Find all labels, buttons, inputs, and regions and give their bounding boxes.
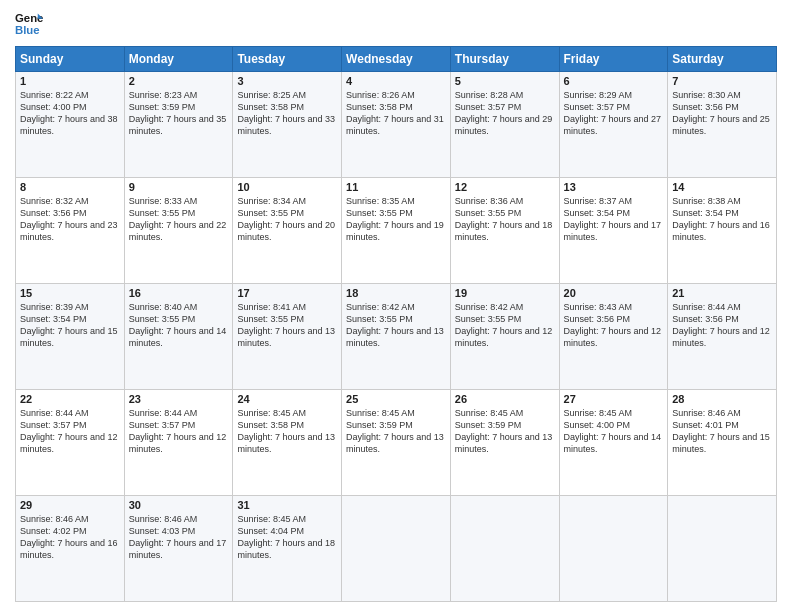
cell-details: Sunrise: 8:43 AMSunset: 3:56 PMDaylight:… bbox=[564, 301, 664, 350]
day-number: 3 bbox=[237, 75, 337, 87]
calendar-cell bbox=[668, 496, 777, 602]
day-number: 8 bbox=[20, 181, 120, 193]
calendar-cell: 8Sunrise: 8:32 AMSunset: 3:56 PMDaylight… bbox=[16, 178, 125, 284]
page: General Blue SundayMondayTuesdayWednesda… bbox=[0, 0, 792, 612]
day-number: 24 bbox=[237, 393, 337, 405]
calendar-cell: 30Sunrise: 8:46 AMSunset: 4:03 PMDayligh… bbox=[124, 496, 233, 602]
day-number: 20 bbox=[564, 287, 664, 299]
calendar-cell: 26Sunrise: 8:45 AMSunset: 3:59 PMDayligh… bbox=[450, 390, 559, 496]
day-number: 18 bbox=[346, 287, 446, 299]
cell-details: Sunrise: 8:45 AMSunset: 4:00 PMDaylight:… bbox=[564, 407, 664, 456]
calendar-week-row: 29Sunrise: 8:46 AMSunset: 4:02 PMDayligh… bbox=[16, 496, 777, 602]
cell-details: Sunrise: 8:35 AMSunset: 3:55 PMDaylight:… bbox=[346, 195, 446, 244]
calendar-cell bbox=[450, 496, 559, 602]
cell-details: Sunrise: 8:45 AMSunset: 3:59 PMDaylight:… bbox=[346, 407, 446, 456]
day-number: 31 bbox=[237, 499, 337, 511]
cell-details: Sunrise: 8:34 AMSunset: 3:55 PMDaylight:… bbox=[237, 195, 337, 244]
calendar-week-row: 22Sunrise: 8:44 AMSunset: 3:57 PMDayligh… bbox=[16, 390, 777, 496]
day-number: 23 bbox=[129, 393, 229, 405]
cell-details: Sunrise: 8:32 AMSunset: 3:56 PMDaylight:… bbox=[20, 195, 120, 244]
calendar-cell: 21Sunrise: 8:44 AMSunset: 3:56 PMDayligh… bbox=[668, 284, 777, 390]
cell-details: Sunrise: 8:40 AMSunset: 3:55 PMDaylight:… bbox=[129, 301, 229, 350]
day-number: 29 bbox=[20, 499, 120, 511]
cell-details: Sunrise: 8:44 AMSunset: 3:56 PMDaylight:… bbox=[672, 301, 772, 350]
calendar-week-row: 1Sunrise: 8:22 AMSunset: 4:00 PMDaylight… bbox=[16, 72, 777, 178]
calendar-header-wednesday: Wednesday bbox=[342, 47, 451, 72]
calendar-cell: 17Sunrise: 8:41 AMSunset: 3:55 PMDayligh… bbox=[233, 284, 342, 390]
calendar-table: SundayMondayTuesdayWednesdayThursdayFrid… bbox=[15, 46, 777, 602]
calendar-cell: 12Sunrise: 8:36 AMSunset: 3:55 PMDayligh… bbox=[450, 178, 559, 284]
day-number: 21 bbox=[672, 287, 772, 299]
day-number: 15 bbox=[20, 287, 120, 299]
cell-details: Sunrise: 8:42 AMSunset: 3:55 PMDaylight:… bbox=[346, 301, 446, 350]
calendar-cell: 11Sunrise: 8:35 AMSunset: 3:55 PMDayligh… bbox=[342, 178, 451, 284]
cell-details: Sunrise: 8:33 AMSunset: 3:55 PMDaylight:… bbox=[129, 195, 229, 244]
cell-details: Sunrise: 8:46 AMSunset: 4:01 PMDaylight:… bbox=[672, 407, 772, 456]
day-number: 26 bbox=[455, 393, 555, 405]
calendar-cell: 25Sunrise: 8:45 AMSunset: 3:59 PMDayligh… bbox=[342, 390, 451, 496]
calendar-header-thursday: Thursday bbox=[450, 47, 559, 72]
day-number: 11 bbox=[346, 181, 446, 193]
calendar-body: 1Sunrise: 8:22 AMSunset: 4:00 PMDaylight… bbox=[16, 72, 777, 602]
calendar-cell: 14Sunrise: 8:38 AMSunset: 3:54 PMDayligh… bbox=[668, 178, 777, 284]
calendar-cell: 19Sunrise: 8:42 AMSunset: 3:55 PMDayligh… bbox=[450, 284, 559, 390]
calendar-cell: 5Sunrise: 8:28 AMSunset: 3:57 PMDaylight… bbox=[450, 72, 559, 178]
logo: General Blue bbox=[15, 10, 43, 38]
calendar-cell: 7Sunrise: 8:30 AMSunset: 3:56 PMDaylight… bbox=[668, 72, 777, 178]
cell-details: Sunrise: 8:44 AMSunset: 3:57 PMDaylight:… bbox=[20, 407, 120, 456]
day-number: 6 bbox=[564, 75, 664, 87]
calendar-cell: 20Sunrise: 8:43 AMSunset: 3:56 PMDayligh… bbox=[559, 284, 668, 390]
calendar-header-sunday: Sunday bbox=[16, 47, 125, 72]
day-number: 25 bbox=[346, 393, 446, 405]
cell-details: Sunrise: 8:25 AMSunset: 3:58 PMDaylight:… bbox=[237, 89, 337, 138]
calendar-cell: 28Sunrise: 8:46 AMSunset: 4:01 PMDayligh… bbox=[668, 390, 777, 496]
calendar-cell: 24Sunrise: 8:45 AMSunset: 3:58 PMDayligh… bbox=[233, 390, 342, 496]
day-number: 9 bbox=[129, 181, 229, 193]
header: General Blue bbox=[15, 10, 777, 38]
day-number: 30 bbox=[129, 499, 229, 511]
cell-details: Sunrise: 8:42 AMSunset: 3:55 PMDaylight:… bbox=[455, 301, 555, 350]
calendar-header-tuesday: Tuesday bbox=[233, 47, 342, 72]
calendar-cell: 6Sunrise: 8:29 AMSunset: 3:57 PMDaylight… bbox=[559, 72, 668, 178]
calendar-cell: 29Sunrise: 8:46 AMSunset: 4:02 PMDayligh… bbox=[16, 496, 125, 602]
calendar-cell: 3Sunrise: 8:25 AMSunset: 3:58 PMDaylight… bbox=[233, 72, 342, 178]
calendar-cell: 31Sunrise: 8:45 AMSunset: 4:04 PMDayligh… bbox=[233, 496, 342, 602]
cell-details: Sunrise: 8:22 AMSunset: 4:00 PMDaylight:… bbox=[20, 89, 120, 138]
cell-details: Sunrise: 8:46 AMSunset: 4:03 PMDaylight:… bbox=[129, 513, 229, 562]
calendar-cell: 10Sunrise: 8:34 AMSunset: 3:55 PMDayligh… bbox=[233, 178, 342, 284]
calendar-cell bbox=[559, 496, 668, 602]
cell-details: Sunrise: 8:28 AMSunset: 3:57 PMDaylight:… bbox=[455, 89, 555, 138]
calendar-cell bbox=[342, 496, 451, 602]
day-number: 17 bbox=[237, 287, 337, 299]
day-number: 4 bbox=[346, 75, 446, 87]
calendar-week-row: 15Sunrise: 8:39 AMSunset: 3:54 PMDayligh… bbox=[16, 284, 777, 390]
logo-icon: General Blue bbox=[15, 10, 43, 38]
calendar-cell: 22Sunrise: 8:44 AMSunset: 3:57 PMDayligh… bbox=[16, 390, 125, 496]
cell-details: Sunrise: 8:41 AMSunset: 3:55 PMDaylight:… bbox=[237, 301, 337, 350]
calendar-cell: 4Sunrise: 8:26 AMSunset: 3:58 PMDaylight… bbox=[342, 72, 451, 178]
calendar-cell: 16Sunrise: 8:40 AMSunset: 3:55 PMDayligh… bbox=[124, 284, 233, 390]
calendar-cell: 27Sunrise: 8:45 AMSunset: 4:00 PMDayligh… bbox=[559, 390, 668, 496]
cell-details: Sunrise: 8:26 AMSunset: 3:58 PMDaylight:… bbox=[346, 89, 446, 138]
calendar-cell: 13Sunrise: 8:37 AMSunset: 3:54 PMDayligh… bbox=[559, 178, 668, 284]
calendar-cell: 9Sunrise: 8:33 AMSunset: 3:55 PMDaylight… bbox=[124, 178, 233, 284]
calendar-header-row: SundayMondayTuesdayWednesdayThursdayFrid… bbox=[16, 47, 777, 72]
calendar-week-row: 8Sunrise: 8:32 AMSunset: 3:56 PMDaylight… bbox=[16, 178, 777, 284]
day-number: 16 bbox=[129, 287, 229, 299]
calendar-cell: 1Sunrise: 8:22 AMSunset: 4:00 PMDaylight… bbox=[16, 72, 125, 178]
cell-details: Sunrise: 8:23 AMSunset: 3:59 PMDaylight:… bbox=[129, 89, 229, 138]
day-number: 2 bbox=[129, 75, 229, 87]
day-number: 19 bbox=[455, 287, 555, 299]
cell-details: Sunrise: 8:37 AMSunset: 3:54 PMDaylight:… bbox=[564, 195, 664, 244]
cell-details: Sunrise: 8:45 AMSunset: 4:04 PMDaylight:… bbox=[237, 513, 337, 562]
calendar-cell: 18Sunrise: 8:42 AMSunset: 3:55 PMDayligh… bbox=[342, 284, 451, 390]
day-number: 28 bbox=[672, 393, 772, 405]
calendar-header-friday: Friday bbox=[559, 47, 668, 72]
calendar-header-monday: Monday bbox=[124, 47, 233, 72]
cell-details: Sunrise: 8:45 AMSunset: 3:58 PMDaylight:… bbox=[237, 407, 337, 456]
cell-details: Sunrise: 8:38 AMSunset: 3:54 PMDaylight:… bbox=[672, 195, 772, 244]
day-number: 22 bbox=[20, 393, 120, 405]
cell-details: Sunrise: 8:30 AMSunset: 3:56 PMDaylight:… bbox=[672, 89, 772, 138]
day-number: 14 bbox=[672, 181, 772, 193]
day-number: 10 bbox=[237, 181, 337, 193]
